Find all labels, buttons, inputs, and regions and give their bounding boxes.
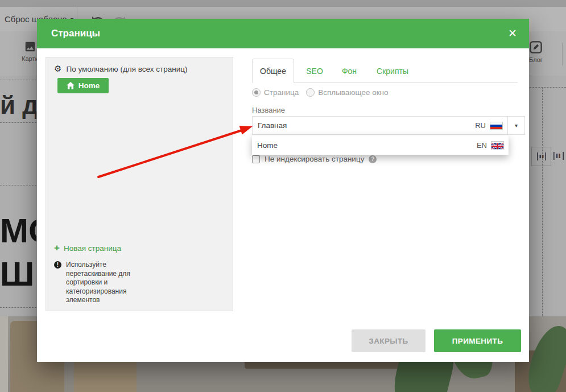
toolbar-item-blog[interactable]: Блог: [529, 40, 543, 63]
layout-guide: [0, 307, 36, 308]
site-big-text-fragment: МО ШН: [0, 209, 36, 300]
toolbar-divider: [562, 43, 563, 65]
page-item-home[interactable]: Home: [57, 78, 109, 93]
tab-scripts[interactable]: Скрипты: [376, 60, 409, 82]
width-narrow-icon: [535, 151, 548, 162]
help-icon: ?: [369, 155, 377, 163]
new-page-button[interactable]: + Новая страница: [54, 242, 121, 254]
name-field-label: Название: [252, 106, 285, 114]
home-icon: [67, 82, 75, 89]
width-wide-icon: [552, 151, 565, 161]
lang-code-ru: RU: [475, 121, 486, 130]
flag-ru-icon: [490, 122, 503, 130]
settings-tabs: Общее SEO Фон Скрипты: [252, 59, 518, 83]
info-icon: !: [54, 261, 61, 269]
page-name-en-value: Home: [252, 141, 477, 150]
apply-button[interactable]: ПРИМЕНИТЬ: [434, 329, 521, 352]
pages-dialog: Страницы ✕ ⚙ По умолчанию (для всех стра…: [37, 19, 529, 362]
block-width-toggle-narrow[interactable]: [531, 147, 551, 166]
language-dropdown-button[interactable]: ▾: [507, 117, 524, 134]
default-pages-settings[interactable]: ⚙ По умолчанию (для всех страниц): [54, 64, 187, 74]
photo-wall: [0, 316, 8, 392]
block-width-toggle-wide[interactable]: [552, 150, 565, 162]
noindex-checkbox[interactable]: [252, 155, 260, 163]
layout-guide: [0, 122, 36, 123]
drag-hint-text: Используйте перетаскивание для сортировк…: [66, 261, 150, 305]
close-button[interactable]: ЗАКРЫТЬ: [352, 329, 425, 352]
layout-guide: [530, 87, 566, 88]
toolbar-item-blog-label: Блог: [529, 56, 543, 63]
tab-general[interactable]: Общее: [252, 59, 294, 83]
page-type-radios: Страница Всплывающее окно: [252, 88, 389, 97]
flag-uk-icon: [491, 141, 504, 149]
editor-screen: Сброс шаблона ▾ Карти Блог й до МО: [0, 0, 566, 392]
plus-icon: +: [54, 242, 60, 254]
noindex-label: Не индексировать страницу: [265, 155, 364, 163]
pages-dialog-header: Страницы ✕: [37, 19, 529, 48]
tab-background[interactable]: Фон: [340, 60, 359, 82]
layout-guide: [0, 80, 36, 80]
toolbar-item-image-label: Карти: [22, 55, 39, 62]
pages-list-panel: ⚙ По умолчанию (для всех страниц) Home +…: [46, 57, 233, 311]
site-big-text-line2: ШН: [0, 253, 36, 296]
language-dropdown-item-en[interactable]: Home EN: [252, 135, 509, 155]
radio-unselected-icon: [306, 88, 315, 97]
browser-strip: [0, 0, 566, 7]
caret-down-icon: ▾: [515, 122, 518, 129]
site-big-text-line1: МО: [0, 209, 36, 253]
blog-edit-icon: [529, 40, 543, 54]
tab-seo[interactable]: SEO: [304, 60, 325, 82]
radio-popup[interactable]: Всплывающее окно: [306, 88, 388, 97]
site-heading-fragment: й до: [0, 91, 36, 123]
radio-page-label: Страница: [264, 88, 299, 97]
lang-code-en: EN: [477, 141, 487, 150]
noindex-row: Не индексировать страницу ?: [252, 155, 377, 163]
radio-popup-label: Всплывающее окно: [318, 88, 388, 97]
dialog-title: Страницы: [51, 28, 100, 39]
layout-guide: [0, 185, 36, 185]
close-icon[interactable]: ✕: [508, 28, 517, 39]
drag-hint: ! Используйте перетаскивание для сортиро…: [54, 261, 150, 305]
page-item-home-label: Home: [79, 81, 100, 90]
image-icon: [23, 40, 38, 53]
toolbar-item-image[interactable]: Карти: [22, 40, 39, 62]
new-page-label: Новая страница: [64, 244, 121, 253]
gear-icon: ⚙: [54, 64, 61, 74]
default-pages-label: По умолчанию (для всех страниц): [66, 65, 187, 73]
page-name-field: RU ▾: [252, 116, 525, 135]
page-name-input[interactable]: [253, 121, 475, 130]
radio-selected-icon: [252, 88, 261, 97]
radio-page[interactable]: Страница: [252, 88, 299, 97]
